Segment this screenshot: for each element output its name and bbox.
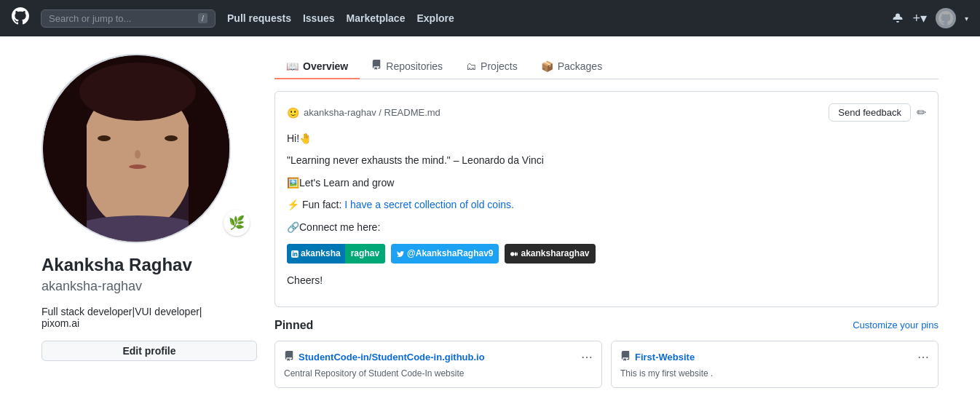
readme-line5: 🔗Connect me here: (287, 219, 926, 235)
readme-path-text: akanksha-raghav / README.md (304, 107, 440, 118)
linkedin-name: akanksha (301, 247, 341, 261)
pinned-section: Pinned Customize your pins StudentCode-i… (274, 319, 938, 388)
fun-fact-text: I have a secret collection of old coins. (344, 199, 514, 210)
projects-icon: 🗂 (466, 60, 476, 72)
readme-path: 🙂 akanksha-raghav / README.md (287, 107, 440, 119)
twitter-badge[interactable]: @AkankshaRaghav9 (391, 244, 499, 264)
readme-line3: 🖼️Let's Learn and grow (287, 175, 926, 191)
slash-badge: / (198, 13, 208, 23)
smiley-icon: 🙂 (287, 107, 299, 119)
linkedin-tag: raghav (345, 244, 385, 264)
pin-card-1-header: StudentCode-in/StudentCode-in.github.io … (284, 350, 593, 364)
search-box[interactable]: / (41, 9, 216, 28)
readme-cheers: Cheers! (287, 272, 926, 288)
plus-icon[interactable]: +▾ (912, 10, 927, 26)
tab-packages[interactable]: 📦 Packages (529, 54, 614, 79)
readme-actions: Send feedback ✏ (829, 103, 926, 122)
tab-overview[interactable]: 📖 Overview (274, 54, 360, 79)
pin-card-2-title: First-Website (620, 351, 695, 363)
pin-card-2-name[interactable]: First-Website (635, 352, 695, 363)
overview-icon: 📖 (286, 60, 299, 72)
tab-repositories[interactable]: Repositories (360, 54, 454, 79)
profile-name: Akanksha Raghav (42, 255, 257, 276)
pin-card-1-name[interactable]: StudentCode-in/StudentCode-in.github.io (299, 352, 485, 363)
send-feedback-button[interactable]: Send feedback (829, 103, 911, 122)
main-content: 📖 Overview Repositories 🗂 Projects 📦 Pac… (274, 54, 938, 388)
pin-card-1-menu[interactable]: ⋯ (581, 350, 593, 364)
fun-fact-prefix: ⚡ Fun fact: (287, 199, 344, 210)
pin-card-1-desc: Central Repository of Student Code-In we… (284, 368, 593, 379)
nav-marketplace[interactable]: Marketplace (347, 12, 406, 24)
pinned-header: Pinned Customize your pins (274, 319, 938, 332)
topnav-right: +▾ ▾ (892, 8, 968, 28)
sidebar: 🌿 Akanksha Raghav akanksha-raghav Full s… (42, 54, 257, 388)
repo-icon-2 (620, 351, 631, 363)
readme-badges: akanksha raghav @AkankshaRaghav9 akanksh… (287, 244, 926, 264)
search-input[interactable] (49, 13, 192, 24)
customize-pins-link[interactable]: Customize your pins (853, 320, 938, 330)
nav-pull-requests[interactable]: Pull requests (227, 12, 291, 24)
tab-projects[interactable]: 🗂 Projects (454, 54, 529, 79)
readme-line1: Hi!🤚 (287, 130, 926, 146)
pin-card-1: StudentCode-in/StudentCode-in.github.io … (274, 341, 602, 388)
pin-card-1-title: StudentCode-in/StudentCode-in.github.io (284, 351, 485, 363)
topnav: / Pull requests Issues Marketplace Explo… (0, 0, 980, 36)
twitter-handle: @AkankshaRaghav9 (407, 247, 493, 261)
nav-explore[interactable]: Explore (416, 12, 454, 24)
avatar-container: 🌿 (42, 54, 257, 243)
user-avatar[interactable] (936, 8, 956, 28)
nav-issues[interactable]: Issues (303, 12, 335, 24)
packages-icon: 📦 (541, 60, 553, 72)
readme-line2: "Learning never exhausts the mind." – Le… (287, 152, 926, 168)
repo-icon (371, 60, 382, 72)
readme-content: Hi!🤚 "Learning never exhausts the mind."… (287, 130, 926, 289)
edit-readme-button[interactable]: ✏ (917, 106, 926, 119)
notification-icon[interactable] (892, 11, 904, 25)
medium-badge[interactable]: akanksharaghav (505, 244, 595, 264)
pin-card-2: First-Website ⋯ This is my first website… (611, 341, 938, 388)
repo-icon-1 (284, 351, 294, 363)
profile-bio: Full stack developer|VUI developer| pixo… (42, 306, 257, 329)
pin-card-2-menu[interactable]: ⋯ (917, 350, 929, 364)
medium-handle: akanksharaghav (521, 247, 589, 261)
topnav-links: Pull requests Issues Marketplace Explore (227, 12, 454, 24)
readme-header: 🙂 akanksha-raghav / README.md Send feedb… (287, 103, 926, 122)
pin-card-2-header: First-Website ⋯ (620, 350, 929, 364)
edit-profile-button[interactable]: Edit profile (42, 341, 257, 361)
main-layout: 🌿 Akanksha Raghav akanksha-raghav Full s… (24, 36, 956, 388)
github-logo[interactable] (12, 7, 29, 29)
pinned-title: Pinned (274, 319, 313, 332)
linkedin-badge[interactable]: akanksha raghav (287, 244, 385, 264)
profile-avatar (42, 54, 231, 243)
avatar-dropdown-icon[interactable]: ▾ (965, 15, 968, 23)
pinned-grid: StudentCode-in/StudentCode-in.github.io … (274, 341, 938, 388)
linkedin-left: akanksha (287, 244, 345, 264)
profile-username: akanksha-raghav (42, 279, 257, 294)
pin-card-2-desc: This is my first website . (620, 368, 929, 379)
readme-line4: ⚡ Fun fact: I have a secret collection o… (287, 197, 926, 213)
readme-card: 🙂 akanksha-raghav / README.md Send feedb… (274, 91, 938, 307)
tabs-bar: 📖 Overview Repositories 🗂 Projects 📦 Pac… (274, 54, 938, 79)
